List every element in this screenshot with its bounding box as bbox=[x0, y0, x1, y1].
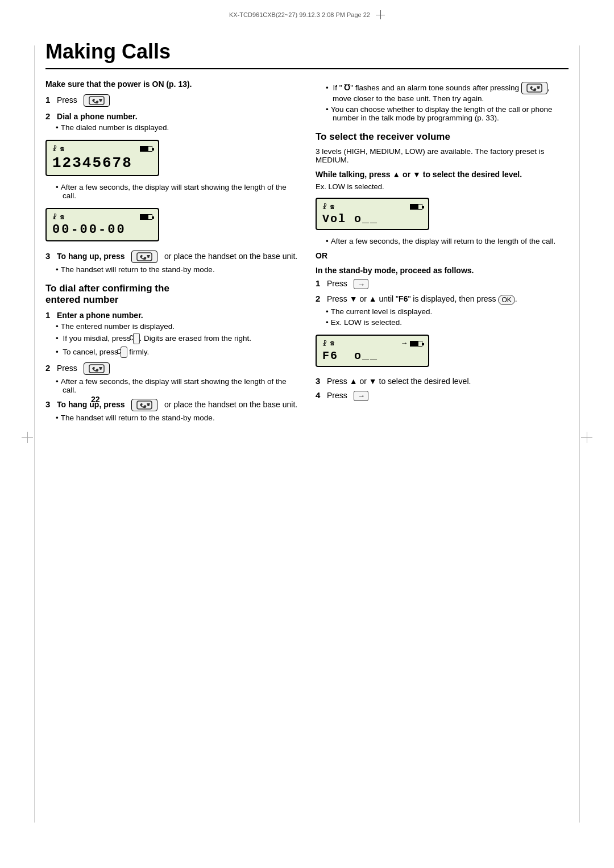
talk-icon-inline bbox=[521, 82, 547, 94]
confirm-step1-bullets: The entered number is displayed. If you … bbox=[56, 322, 298, 358]
hangup-button-icon bbox=[131, 251, 157, 263]
vol-step2-bullet2: Ex. LOW is selected. bbox=[326, 318, 569, 327]
hangup-button-icon2 bbox=[131, 399, 157, 411]
step3-bullets: The handset will return to the stand-by … bbox=[56, 265, 298, 274]
talk-button-icon2 bbox=[84, 362, 110, 375]
confirm-step2: 2 Press After a few seconds, the di bbox=[45, 362, 298, 394]
confirm-bullet3: To cancel, press C firmly. bbox=[56, 347, 298, 358]
svg-rect-2 bbox=[99, 99, 102, 100]
section-confirm: To dial after confirming theentered numb… bbox=[45, 283, 298, 422]
step2-label: Dial a phone number. bbox=[57, 112, 138, 121]
vol-step1-text: Press bbox=[327, 279, 347, 288]
antenna-icon3: ☧ bbox=[322, 202, 327, 211]
confirm-bullet1: The entered number is displayed. bbox=[56, 322, 298, 331]
lcd-display-2: ☧ ☎ 00-00-00 bbox=[45, 208, 159, 241]
right-bullet2: You can choose whether to display the le… bbox=[326, 105, 569, 122]
svg-rect-14 bbox=[537, 86, 540, 87]
confirm-step2-note-item: After a few seconds, the display will st… bbox=[56, 377, 298, 394]
intro-text: Make sure that the power is ON (p. 13). bbox=[45, 80, 298, 89]
standby-label: In the stand-by mode, proceed as follows… bbox=[316, 266, 569, 275]
crosshair-right bbox=[581, 432, 592, 443]
vol-step3-number: 3 bbox=[316, 376, 320, 386]
bullet-item-2: After a few seconds, the display will st… bbox=[56, 183, 298, 200]
header-text: KX-TCD961CXB(22~27) 99.12.3 2:08 PM Page… bbox=[229, 11, 370, 18]
lcd-display-1: ☧ ☎ 12345678 bbox=[45, 140, 159, 176]
step2-bullets2: After a few seconds, the display will st… bbox=[56, 183, 298, 200]
volume-bullet1: After a few seconds, the display will re… bbox=[326, 237, 569, 245]
step3-number: 3 bbox=[45, 251, 50, 261]
arrow-right-button2: → bbox=[354, 391, 368, 401]
volume-bullets: After a few seconds, the display will re… bbox=[326, 237, 569, 245]
svg-rect-5 bbox=[147, 255, 150, 256]
header-crosshair bbox=[376, 10, 385, 19]
vol-step4-text: Press bbox=[327, 391, 347, 400]
right-bullet1: If " ℧" flashes and an alarm tone sounds… bbox=[326, 82, 569, 103]
ok-button: OK bbox=[498, 295, 515, 305]
page-header: KX-TCD961CXB(22~27) 99.12.3 2:08 PM Page… bbox=[229, 10, 385, 19]
step1: 1 Press bbox=[45, 94, 298, 107]
step3: 3 To hang up, press or place the handset… bbox=[45, 251, 298, 274]
phone-icon: ☎ bbox=[60, 145, 64, 153]
svg-rect-8 bbox=[99, 367, 102, 368]
vol-step2: 2 Press ▼ or ▲ until "F6" is displayed, … bbox=[316, 294, 569, 371]
confirm-step2-text: Press bbox=[57, 364, 77, 373]
antenna-icon: ☧ bbox=[52, 144, 57, 153]
volume-heading: To select the receiver volume bbox=[316, 131, 569, 143]
left-column: Make sure that the power is ON (p. 13). … bbox=[45, 80, 298, 427]
vol-step2-bullets: The current level is displayed. Ex. LOW … bbox=[326, 307, 569, 327]
phone-icon4: ☎ bbox=[330, 339, 334, 348]
page-title: Making Calls bbox=[45, 40, 569, 69]
section-confirm-heading: To dial after confirming theentered numb… bbox=[45, 283, 298, 306]
lcd-time: 00-00-00 bbox=[52, 223, 152, 237]
vol-step2-text: Press ▼ or ▲ until "F6" is displayed, th… bbox=[327, 294, 517, 303]
section-volume: To select the receiver volume 3 levels (… bbox=[316, 131, 569, 401]
c-button2: C bbox=[121, 347, 127, 358]
confirm-step3-number: 3 bbox=[45, 399, 50, 409]
step1-text: Press bbox=[57, 95, 77, 105]
talk-button-icon bbox=[84, 94, 110, 107]
step3-label: To hang up, press bbox=[57, 252, 125, 261]
vol-step1-number: 1 bbox=[316, 278, 320, 288]
lcd-f6-value: F6 o__ bbox=[322, 349, 422, 362]
phone-icon3: ☎ bbox=[330, 203, 334, 211]
right-intro-bullets: If " ℧" flashes and an alarm tone sounds… bbox=[326, 82, 569, 122]
confirm-step1: 1 Enter a phone number. The entered numb… bbox=[45, 310, 298, 358]
lcd-f6-display: ☧ ☎ → F6 o__ bbox=[316, 335, 429, 367]
step2-number: 2 bbox=[45, 111, 50, 121]
step2-bullets: The dialed number is displayed. bbox=[56, 123, 298, 132]
volume-subheading: While talking, press ▲ or ▼ to select th… bbox=[316, 170, 569, 179]
antenna-icon4: ☧ bbox=[322, 339, 327, 348]
antenna-icon2: ☧ bbox=[52, 212, 57, 222]
arrow-right-button: → bbox=[354, 279, 368, 289]
confirm-step3-bullet: The handset will return to the stand-by … bbox=[56, 414, 298, 422]
phone-icon2: ☎ bbox=[60, 213, 64, 222]
vol-step2-bullet1: The current level is displayed. bbox=[326, 307, 569, 316]
confirm-step3-bullets: The handset will return to the stand-by … bbox=[56, 414, 298, 422]
right-rule bbox=[579, 45, 580, 823]
crosshair-left bbox=[22, 432, 33, 443]
confirm-step2-note: After a few seconds, the display will st… bbox=[56, 377, 298, 394]
confirm-step3: 3 To hang up, press or place the han bbox=[45, 399, 298, 422]
confirm-step2-number: 2 bbox=[45, 363, 50, 373]
confirm-step1-label: Enter a phone number. bbox=[57, 311, 143, 320]
battery-icon3 bbox=[410, 204, 422, 210]
volume-ex-label: Ex. LOW is selected. bbox=[316, 182, 569, 191]
confirm-step3-label2: or place the handset on the base unit. bbox=[164, 400, 297, 409]
confirm-bullet2: If you misdial, press C. Digits are eras… bbox=[56, 333, 298, 344]
page-number: 22 bbox=[91, 395, 100, 404]
battery-icon4 bbox=[410, 341, 422, 347]
step1-number: 1 bbox=[45, 95, 50, 105]
step2: 2 Dial a phone number. The dialed number… bbox=[45, 111, 298, 246]
vol-step3: 3 Press ▲ or ▼ to select the desired lev… bbox=[316, 376, 569, 386]
svg-rect-11 bbox=[147, 403, 150, 404]
battery-icon bbox=[140, 146, 152, 152]
vol-step4: 4 Press → bbox=[316, 390, 569, 401]
lcd-vol-value: Vol o__ bbox=[322, 212, 422, 226]
step3-bullet: The handset will return to the stand-by … bbox=[56, 265, 298, 274]
step3-label2: or place the handset on the base unit. bbox=[164, 252, 297, 261]
volume-intro: 3 levels (HIGH, MEDIUM, LOW) are availab… bbox=[316, 147, 569, 164]
lcd-number: 12345678 bbox=[52, 155, 152, 172]
confirm-step1-number: 1 bbox=[45, 310, 50, 320]
left-rule bbox=[34, 45, 35, 823]
lcd-vol-display: ☧ ☎ Vol o__ bbox=[316, 198, 429, 230]
